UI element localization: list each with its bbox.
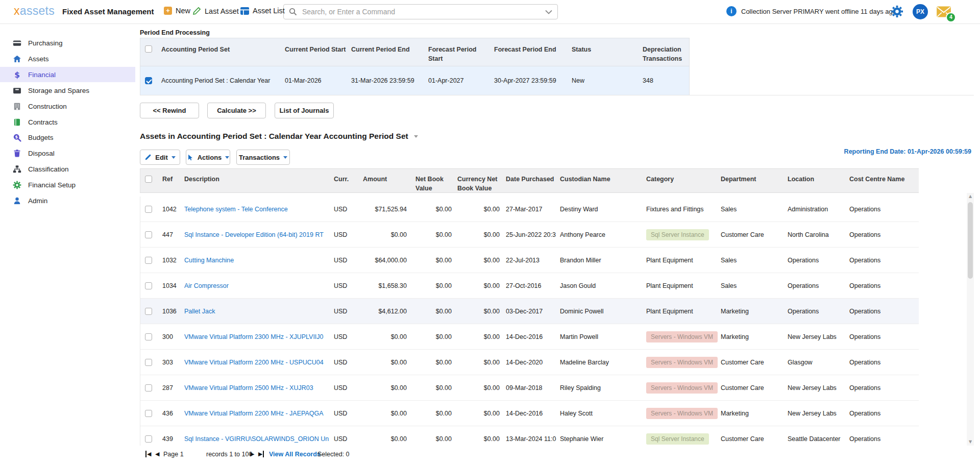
cell-currency-net-book-value: $0.00 (454, 299, 500, 324)
column-header-custodian-name[interactable]: Custodian Name (560, 169, 644, 184)
transactions-button[interactable]: Transactions (236, 150, 290, 165)
cell-forecast-period-end: 30-Apr-2027 23:59:59 (494, 66, 568, 95)
checkbox[interactable] (145, 435, 152, 443)
column-header-net-book-value[interactable]: Net Book Value (415, 169, 451, 193)
rewind-button[interactable]: << Rewind (140, 103, 199, 118)
checkbox[interactable] (145, 45, 152, 53)
checkbox[interactable] (145, 410, 152, 417)
menu-item-new[interactable]: +New (164, 7, 190, 15)
cell-description[interactable]: VMware Virtual Platform 2200 MHz - USPUC… (184, 350, 333, 375)
cell-description[interactable]: Pallet Jack (184, 299, 333, 324)
edit-button[interactable]: Edit (140, 150, 180, 165)
cell-description[interactable]: Telephone system - Tele Conference (184, 197, 333, 222)
table-row[interactable]: 1034Air CompressorUSD$1,658.30$0.00$0.00… (140, 273, 919, 299)
column-header-forecast-period-start[interactable]: Forecast Period Start (428, 38, 485, 63)
table-row[interactable]: 1042Telephone system - Tele ConferenceUS… (140, 197, 919, 222)
cell-description[interactable]: Cutting Manchine (184, 248, 333, 273)
period-table-row[interactable]: Accounting Period Set : Calendar Year01-… (140, 66, 689, 95)
calculate-button[interactable]: Calculate >> (207, 103, 266, 118)
column-header-forecast-period-end[interactable]: Forecast Period End (494, 38, 568, 54)
table-row[interactable]: 300VMware Virtual Platform 2300 MHz - XJ… (140, 324, 919, 350)
cell-description[interactable]: VMware Virtual Platform 2300 MHz - XJUPL… (184, 324, 333, 349)
sidebar-item-classification[interactable]: Classification (0, 161, 135, 177)
scroll-up-icon[interactable]: ▲ (967, 193, 974, 200)
table-row[interactable]: 1036Pallet JackUSD$4,612.00$0.00$0.0003-… (140, 299, 919, 324)
title-dropdown-caret-icon[interactable] (414, 135, 418, 138)
menu-item-asset-list[interactable]: Asset List (240, 7, 285, 15)
last-page-icon[interactable]: ▶ (258, 451, 264, 457)
checkbox[interactable] (145, 206, 152, 213)
chevron-down-icon (283, 156, 287, 159)
checkbox[interactable] (145, 257, 152, 264)
search-input[interactable] (301, 7, 541, 16)
actions-button[interactable]: Actions (186, 150, 230, 165)
sidebar-item-purchasing[interactable]: Purchasing (0, 35, 135, 51)
cell-curr: USD (334, 197, 357, 222)
chevron-down-icon[interactable] (545, 10, 552, 14)
list-of-journals-button[interactable]: List of Journals (275, 103, 334, 118)
mail-icon[interactable]: 4 (936, 6, 951, 20)
sidebar-item-storage-and-spares[interactable]: Storage and Spares (0, 83, 135, 98)
cell-description[interactable]: Sql Instance - VGIRRU\SOLARWINDS_ORION U… (184, 426, 333, 446)
menu-item-last-asset[interactable]: Last Asset (192, 7, 239, 15)
scrollbar-thumb[interactable] (968, 202, 973, 279)
table-row[interactable]: 447Sql Instance - Developer Edition (64-… (140, 222, 919, 248)
sidebar-item-admin[interactable]: Admin (0, 193, 135, 208)
next-page-icon[interactable]: ▶ (250, 451, 254, 457)
table-row[interactable]: 1032Cutting ManchineUSD$64,000.00$0.00$0… (140, 248, 919, 273)
checkbox[interactable] (145, 359, 152, 366)
settings-gear-icon[interactable] (891, 5, 903, 20)
archive-box-icon (13, 86, 21, 95)
table-row[interactable]: 436VMware Virtual Platform 2200 MHz - JA… (140, 401, 919, 426)
column-header-curr[interactable]: Curr. (334, 169, 357, 184)
cell-description[interactable]: VMware Virtual Platform 2200 MHz - JAEPA… (184, 401, 333, 426)
checkbox[interactable] (145, 77, 152, 84)
column-header-depreciation-transactions[interactable]: Depreciation Transactions (643, 38, 694, 63)
info-icon[interactable]: i (726, 6, 737, 16)
checkbox[interactable] (145, 308, 152, 315)
sidebar-item-assets[interactable]: Assets (0, 51, 135, 66)
cell-amount: $4,612.00 (355, 299, 407, 324)
previous-page-icon[interactable]: ◀ (155, 451, 159, 457)
cell-description[interactable]: Air Compressor (184, 273, 333, 298)
column-header-accounting-period-set[interactable]: Accounting Period Set (161, 38, 284, 54)
cell-custodian: Brandon Miller (560, 248, 644, 273)
column-header-amount[interactable]: Amount (363, 169, 409, 184)
column-header-department[interactable]: Department (721, 169, 785, 184)
column-header-description[interactable]: Description (184, 169, 333, 184)
column-header-status[interactable]: Status (572, 38, 615, 54)
checkbox[interactable] (145, 231, 152, 238)
sidebar-item-budgets[interactable]: $Budgets (0, 130, 135, 145)
checkbox[interactable] (145, 384, 152, 391)
scroll-down-icon[interactable]: ▼ (967, 438, 974, 446)
cell-description[interactable]: VMware Virtual Platform 2500 MHz - XUJR0… (184, 375, 333, 400)
checkbox[interactable] (145, 282, 152, 289)
view-all-records-link[interactable]: View All Records (269, 451, 321, 458)
sidebar-item-financial[interactable]: $Financial (0, 67, 135, 82)
column-header-ref[interactable]: Ref (162, 169, 183, 184)
sidebar-item-contracts[interactable]: Contracts (0, 114, 135, 130)
table-row[interactable]: 439Sql Instance - VGIRRU\SOLARWINDS_ORIO… (140, 426, 919, 446)
table-row[interactable]: 303VMware Virtual Platform 2200 MHz - US… (140, 350, 919, 375)
column-header-current-period-end[interactable]: Current Period End (351, 38, 425, 54)
cell-description[interactable]: Sql Instance - Developer Edition (64-bit… (184, 222, 333, 247)
column-header-location[interactable]: Location (788, 169, 847, 184)
sidebar-item-financial-setup[interactable]: Financial Setup (0, 177, 135, 192)
table-row[interactable]: 287VMware Virtual Platform 2500 MHz - XU… (140, 375, 919, 401)
cell-currency-net-book-value: $0.00 (454, 222, 500, 247)
column-header-category[interactable]: Category (646, 169, 719, 184)
sidebar-item-construction[interactable]: Construction (0, 99, 135, 114)
avatar[interactable]: PX (913, 4, 928, 19)
column-header-cost-centre-name[interactable]: Cost Centre Name (849, 169, 916, 184)
sidebar-item-disposal[interactable]: Disposal (0, 145, 135, 161)
first-page-icon[interactable]: ◀ (145, 451, 151, 457)
column-header-date-purchased[interactable]: Date Purchased (506, 169, 562, 184)
checkbox[interactable] (145, 333, 152, 340)
vertical-scrollbar[interactable]: ▲ ▼ (967, 193, 974, 446)
cell-department: Customer Care (721, 350, 785, 375)
column-header-currency-net-book-value[interactable]: Currency Net Book Value (457, 169, 504, 193)
checkbox[interactable] (145, 176, 152, 183)
cell-currency-net-book-value: $0.00 (454, 401, 500, 426)
search-box[interactable] (283, 4, 558, 19)
column-header-current-period-start[interactable]: Current Period Start (285, 38, 349, 54)
